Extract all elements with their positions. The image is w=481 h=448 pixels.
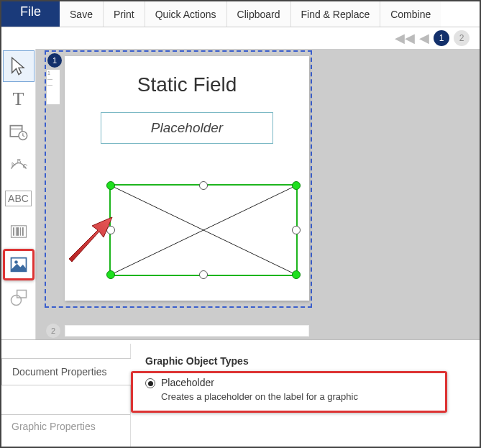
abc-icon: ABC [5, 191, 32, 206]
cursor-icon [9, 56, 29, 76]
image-tool[interactable] [3, 249, 35, 280]
svg-point-15 [11, 296, 21, 306]
tab-graphic-properties[interactable]: Graphic Properties [1, 414, 130, 439]
page-badge-1[interactable]: 1 [47, 53, 62, 68]
graphic-frame [109, 184, 298, 276]
page-nav: ◀◀ ◀ 1 2 [1, 27, 480, 49]
handle-top-right[interactable] [292, 181, 301, 190]
combine-button[interactable]: Combine [380, 1, 441, 27]
handle-top[interactable] [199, 181, 208, 190]
svg-rect-14 [17, 291, 26, 298]
shape-tool[interactable] [3, 282, 35, 314]
label-card: Static Field Placeholder [65, 56, 309, 301]
svg-text:B: B [17, 158, 21, 165]
handle-bottom-left[interactable] [106, 270, 115, 279]
file-tab[interactable]: File [1, 1, 60, 27]
canvas[interactable]: 1 1—— Static Field Placeholder [36, 49, 480, 339]
barcode-tool[interactable] [3, 216, 35, 247]
print-button[interactable]: Print [104, 1, 145, 27]
ribbon-bar: File Save Print Quick Actions Clipboard … [1, 1, 480, 27]
save-button[interactable]: Save [60, 1, 104, 27]
page-2-strip [65, 325, 309, 337]
page-badge-2[interactable]: 2 [46, 324, 60, 338]
ruler: 1—— [46, 69, 60, 105]
handle-right[interactable] [292, 226, 301, 234]
find-replace-button[interactable]: Find & Replace [291, 1, 381, 27]
tab-document-properties[interactable]: Document Properties [1, 358, 131, 385]
graphic-placeholder-object[interactable] [109, 184, 298, 276]
quick-actions-button[interactable]: Quick Actions [145, 1, 227, 27]
properties-body: Graphic Object Types Placeholder Creates… [131, 344, 480, 448]
handle-bottom[interactable] [199, 270, 208, 279]
handle-top-left[interactable] [106, 181, 115, 190]
pointer-tool[interactable] [3, 50, 35, 82]
svg-point-13 [14, 260, 18, 264]
properties-tabs: Document Properties Graphic Properties [1, 344, 131, 448]
placeholder-textbox[interactable]: Placeholder [101, 112, 273, 144]
text-tool[interactable]: T [3, 83, 35, 115]
nav-prev-icon[interactable]: ◀ [419, 30, 429, 46]
barcode-icon [9, 221, 29, 242]
curved-text-tool[interactable]: ABC [3, 150, 35, 181]
curved-text-icon: ABC [9, 155, 29, 175]
nav-page-2[interactable]: 2 [454, 30, 469, 46]
static-field-title: Static Field [65, 73, 309, 96]
clipboard-button[interactable]: Clipboard [227, 1, 291, 27]
placeholder-option-label: Placeholder [161, 377, 214, 388]
placeholder-option-desc: Creates a placeholder on the label for a… [161, 391, 465, 402]
calendar-clock-icon [9, 122, 29, 142]
date-tool[interactable] [3, 116, 35, 148]
textbox-tool[interactable]: ABC [3, 183, 35, 214]
handle-bottom-right[interactable] [292, 270, 301, 279]
nav-first-icon[interactable]: ◀◀ [395, 30, 415, 46]
radio-icon[interactable] [145, 378, 155, 388]
main-area: T ABC ABC 1 1—— Static Field Placeholder [1, 49, 480, 339]
placeholder-option[interactable]: Placeholder [145, 377, 465, 388]
text-icon: T [13, 88, 24, 110]
handle-left[interactable] [106, 226, 115, 234]
shapes-icon [9, 288, 29, 308]
nav-page-1[interactable]: 1 [434, 30, 449, 46]
toolbox: T ABC ABC [1, 49, 36, 339]
image-icon [9, 255, 29, 275]
graphic-cross-icon [111, 186, 296, 275]
properties-panel: Document Properties Graphic Properties G… [1, 344, 480, 448]
graphic-types-heading: Graphic Object Types [145, 355, 465, 367]
